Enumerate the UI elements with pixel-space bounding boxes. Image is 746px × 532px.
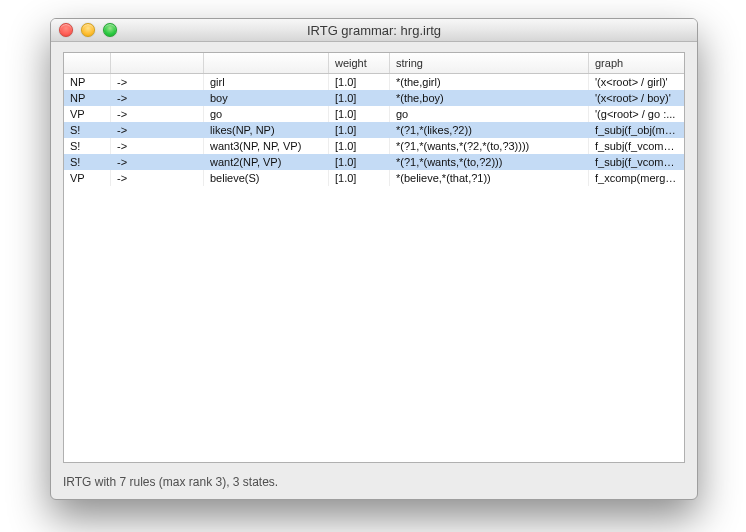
zoom-icon[interactable] [103,23,117,37]
cell-c5: '(x<root> / boy)' [589,90,684,106]
col-rule[interactable] [204,53,329,73]
cell-c1: -> [111,106,204,122]
cell-c1: -> [111,90,204,106]
cell-c0: S! [64,122,111,138]
cell-c0: VP [64,170,111,186]
cell-c5: f_subj(f_obj(mer... [589,122,684,138]
cell-c5: '(g<root> / go :... [589,106,684,122]
col-graph[interactable]: graph [589,53,684,73]
close-icon[interactable] [59,23,73,37]
table-row[interactable]: S!->likes(NP, NP)[1.0]*(?1,*(likes,?2))f… [64,122,684,138]
cell-c0: S! [64,138,111,154]
cell-c3: [1.0] [329,74,390,90]
cell-c1: -> [111,122,204,138]
cell-c0: S! [64,154,111,170]
table-row[interactable]: S!->want2(NP, VP)[1.0]*(?1,*(wants,*(to,… [64,154,684,170]
cell-c5: f_subj(f_vcomp(... [589,154,684,170]
cell-c5: f_subj(f_vcomp(... [589,138,684,154]
cell-c5: '(x<root> / girl)' [589,74,684,90]
table-body[interactable]: NP->girl[1.0]*(the,girl)'(x<root> / girl… [64,74,684,462]
table-row[interactable]: NP->girl[1.0]*(the,girl)'(x<root> / girl… [64,74,684,90]
titlebar[interactable]: IRTG grammar: hrg.irtg [51,19,697,42]
cell-c0: VP [64,106,111,122]
cell-c4: go [390,106,589,122]
cell-c4: *(the,boy) [390,90,589,106]
cell-c1: -> [111,170,204,186]
window-title: IRTG grammar: hrg.irtg [51,23,697,38]
cell-c3: [1.0] [329,154,390,170]
cell-c4: *(?1,*(wants,*(to,?2))) [390,154,589,170]
cell-c3: [1.0] [329,138,390,154]
cell-c2: go [204,106,329,122]
cell-c2: girl [204,74,329,90]
cell-c3: [1.0] [329,106,390,122]
cell-c1: -> [111,74,204,90]
cell-c5: f_xcomp(merge('... [589,170,684,186]
col-weight[interactable]: weight [329,53,390,73]
cell-c2: want2(NP, VP) [204,154,329,170]
table-row[interactable]: VP->go[1.0]go'(g<root> / go :... [64,106,684,122]
cell-c0: NP [64,74,111,90]
cell-c1: -> [111,154,204,170]
col-lhs[interactable] [64,53,111,73]
table-row[interactable]: NP->boy[1.0]*(the,boy)'(x<root> / boy)' [64,90,684,106]
app-window: IRTG grammar: hrg.irtg weight string gra… [50,18,698,500]
cell-c3: [1.0] [329,90,390,106]
grammar-table: weight string graph NP->girl[1.0]*(the,g… [63,52,685,463]
table-header: weight string graph [64,53,684,74]
cell-c2: want3(NP, NP, VP) [204,138,329,154]
cell-c1: -> [111,138,204,154]
table-row[interactable]: S!->want3(NP, NP, VP)[1.0]*(?1,*(wants,*… [64,138,684,154]
cell-c3: [1.0] [329,170,390,186]
cell-c4: *(?1,*(likes,?2)) [390,122,589,138]
cell-c0: NP [64,90,111,106]
table-row[interactable]: VP->believe(S)[1.0]*(believe,*(that,?1))… [64,170,684,186]
cell-c2: believe(S) [204,170,329,186]
cell-c2: boy [204,90,329,106]
col-arrow[interactable] [111,53,204,73]
window-controls [51,23,117,37]
cell-c4: *(?1,*(wants,*(?2,*(to,?3)))) [390,138,589,154]
cell-c2: likes(NP, NP) [204,122,329,138]
minimize-icon[interactable] [81,23,95,37]
cell-c4: *(believe,*(that,?1)) [390,170,589,186]
cell-c4: *(the,girl) [390,74,589,90]
col-string[interactable]: string [390,53,589,73]
cell-c3: [1.0] [329,122,390,138]
status-bar: IRTG with 7 rules (max rank 3), 3 states… [51,469,697,499]
